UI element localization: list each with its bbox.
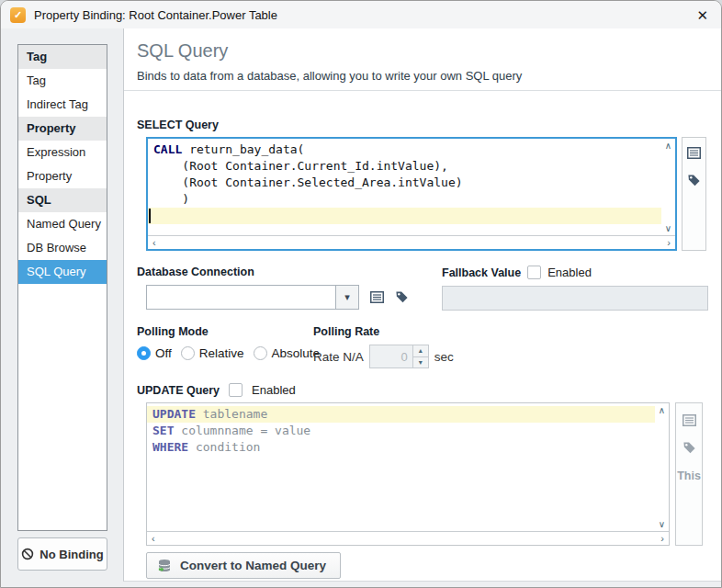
nav-item-expression[interactable]: Expression [18,141,107,164]
radio-off-icon[interactable] [137,346,151,360]
no-binding-button[interactable]: No Binding [17,537,107,571]
close-icon[interactable]: ✕ [696,8,708,22]
title-bar: ✓ Property Binding: Root Container.Power… [1,1,721,28]
scroll-right-icon[interactable]: › [660,533,664,544]
connection-list-icon[interactable] [370,291,384,303]
sidebar: Tag Tag Indirect Tag Property Expression… [1,28,123,587]
polling-off-option[interactable]: Off [137,346,172,360]
header-divider [124,90,722,91]
spin-down-icon[interactable]: ▾ [413,356,429,369]
insert-tag-icon[interactable] [683,441,696,455]
database-connection-select[interactable]: ▾ [146,285,359,310]
polling-absolute-option[interactable]: Absolute [254,346,321,360]
polling-mode-label: Polling Mode [137,325,313,338]
scroll-down-icon[interactable]: ∨ [659,519,665,529]
polling-relative-label: Relative [199,346,244,360]
binding-type-list: Tag Tag Indirect Tag Property Expression… [17,44,107,531]
scroll-up-icon[interactable]: ∧ [659,405,665,415]
page-title: SQL Query [137,40,708,62]
insert-tag-icon[interactable] [687,174,701,187]
nav-item-named-query[interactable]: Named Query [18,212,107,236]
main-panel: SQL Query Binds to data from a database,… [123,28,722,582]
select-query-label: SELECT Query [137,119,708,131]
horizontal-scrollbar[interactable]: ‹ › [148,235,675,249]
no-binding-icon [21,548,34,560]
select-query-editor[interactable]: CALL return_bay_data( (Root Container.Cu… [146,137,677,251]
nav-item-tag[interactable]: Tag [18,69,107,93]
scroll-up-icon[interactable]: ∧ [665,141,671,151]
code-line: SET columnname = value [147,423,655,439]
current-line-highlight [148,208,661,224]
code-line: ) [148,191,661,208]
page-subtitle: Binds to data from a database, allowing … [137,69,708,83]
scroll-left-icon[interactable]: ‹ [152,533,155,544]
spin-up-icon[interactable]: ▴ [413,345,429,356]
nav-header-property: Property [18,117,107,141]
fallback-value-label: Fallback Value [442,266,521,279]
dropdown-arrow-icon[interactable]: ▾ [335,286,358,309]
polling-rate-label: Polling Rate [313,325,454,338]
update-query-editor[interactable]: UPDATE tablename SET columnname = value … [146,402,670,546]
update-query-label: UPDATE Query [137,384,220,397]
vertical-scrollbar[interactable]: ∧ ∨ [661,139,675,235]
nav-header-sql: SQL [18,188,107,212]
update-enabled-label: Enabled [252,383,296,397]
nav-item-property[interactable]: Property [18,164,107,188]
nav-item-db-browse[interactable]: DB Browse [18,236,107,260]
polling-rate-spinner: 0 ▴ ▾ [369,345,429,368]
update-editor-tools: This [675,402,703,546]
dialog-body: Tag Tag Indirect Tag Property Expression… [1,28,721,587]
window-title: Property Binding: Root Container.Power T… [34,8,277,22]
database-connection-value [147,286,335,309]
scroll-right-icon[interactable]: › [667,237,671,248]
rate-unit-label: sec [434,350,454,364]
query-browser-icon[interactable] [683,414,696,426]
vertical-scrollbar[interactable]: ∧ ∨ [655,403,669,531]
code-line: (Root Container.Selected_Area.intValue) [148,175,661,191]
no-binding-label: No Binding [39,548,103,561]
horizontal-scrollbar[interactable]: ‹ › [147,531,669,545]
update-query-code[interactable]: UPDATE tablename SET columnname = value … [147,403,655,531]
select-query-code[interactable]: CALL return_bay_data( (Root Container.Cu… [148,139,661,235]
scroll-down-icon[interactable]: ∨ [665,223,671,233]
nav-item-sql-query[interactable]: SQL Query [18,260,107,284]
polling-row: Polling Mode Off Relative Absolute [137,325,708,368]
database-connection-label: Database Connection [137,266,442,278]
fallback-enabled-checkbox[interactable] [527,266,541,279]
radio-absolute-icon[interactable] [254,346,267,360]
convert-to-named-query-button[interactable]: Convert to Named Query [146,552,341,579]
nav-item-indirect-tag[interactable]: Indirect Tag [18,93,107,117]
update-enabled-checkbox[interactable] [229,383,243,397]
insert-this-button[interactable]: This [677,469,701,482]
db-fallback-row: Database Connection ▾ [137,266,708,311]
polling-off-label: Off [155,346,172,360]
polling-relative-option[interactable]: Relative [181,346,244,360]
text-caret [149,209,151,223]
database-convert-icon [157,559,172,573]
code-line: (Root Container.Current_Id.intValue), [148,158,661,175]
fallback-value-field [442,286,708,311]
current-line-highlight: UPDATE tablename [147,406,655,423]
property-binding-dialog: ✓ Property Binding: Root Container.Power… [0,0,722,588]
rate-na-label: Rate N/A [313,350,364,364]
binding-app-icon: ✓ [10,7,26,23]
query-browser-icon[interactable] [687,147,701,159]
update-query-editor-row: UPDATE tablename SET columnname = value … [146,402,708,546]
polling-rate-value[interactable]: 0 [369,345,413,368]
select-editor-tools [682,137,706,251]
nav-header-tag: Tag [18,45,107,69]
scroll-left-icon[interactable]: ‹ [152,237,156,248]
fallback-enabled-label: Enabled [547,266,592,279]
update-query-header: UPDATE Query Enabled [137,383,708,397]
select-query-editor-row: CALL return_bay_data( (Root Container.Cu… [146,137,708,251]
code-line: WHERE condition [147,439,655,456]
code-line: CALL return_bay_data( [148,141,661,158]
convert-button-label: Convert to Named Query [180,559,326,572]
radio-relative-icon[interactable] [181,346,195,360]
connection-tag-icon[interactable] [395,290,409,304]
